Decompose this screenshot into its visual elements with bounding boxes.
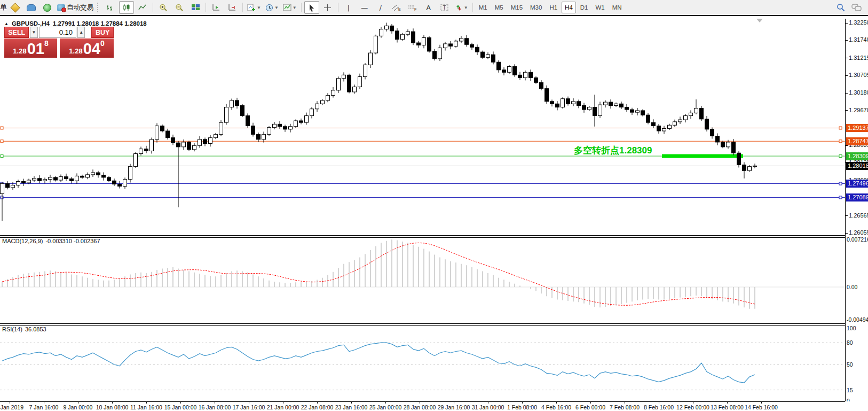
- time-axis-label: 17 Jan 16:00: [233, 404, 265, 410]
- time-axis-label: 8 Feb 16:00: [644, 404, 674, 410]
- trendline-tool-button[interactable]: /: [373, 1, 388, 14]
- text-label-icon: T: [440, 4, 448, 11]
- timeframe-button-m5[interactable]: M5: [492, 2, 507, 13]
- toolbar-separator: [301, 3, 302, 12]
- volume-up-button[interactable]: ▲: [77, 27, 85, 38]
- buy-price-display[interactable]: 1.28 04 0: [60, 38, 114, 58]
- timeframe-button-m30[interactable]: M30: [527, 2, 545, 13]
- candlestick-chart-type-button[interactable]: [119, 1, 134, 14]
- channel-tool-icon: E: [392, 4, 401, 11]
- sell-button[interactable]: SELL: [4, 27, 29, 38]
- sell-price-display[interactable]: 1.28 01 8: [4, 38, 57, 58]
- price-level-badge: 1.29137: [846, 124, 868, 132]
- timeframe-button-d1[interactable]: D1: [577, 2, 591, 13]
- line-chart-type-button[interactable]: [135, 1, 150, 14]
- auto-scroll-button[interactable]: [209, 1, 224, 14]
- time-axis-label: 25 Jan 00:00: [369, 404, 402, 410]
- time-axis-label: 7 Jan 16:00: [29, 404, 59, 410]
- zoom-in-button[interactable]: [156, 1, 171, 14]
- signals-button[interactable]: [40, 1, 54, 14]
- svg-text:T: T: [443, 5, 446, 11]
- rsi-axis-label: 80: [847, 339, 853, 346]
- horizontal-line-tool-button[interactable]: —: [357, 1, 372, 14]
- timeframe-button-m15[interactable]: M15: [508, 2, 526, 13]
- collapse-triangle-icon[interactable]: ▲: [4, 21, 9, 26]
- indicator-add-icon: [247, 4, 256, 12]
- toolbar-separator: [153, 3, 153, 12]
- tile-windows-button[interactable]: [188, 1, 203, 14]
- time-axis-tick: [146, 402, 147, 404]
- price-axis-tick-label: 1.30180: [846, 89, 868, 96]
- time-axis-label: 4 Jan 2019: [0, 404, 23, 410]
- gold-diamond-icon: [10, 3, 20, 12]
- equidistant-channel-tool-button[interactable]: E: [389, 1, 404, 14]
- toolbar-grip: [97, 3, 101, 12]
- chart-shift-marker-icon[interactable]: [756, 19, 763, 22]
- bar-chart-icon: [106, 4, 115, 11]
- vertical-line-tool-button[interactable]: |: [341, 1, 356, 14]
- svg-text:F: F: [414, 7, 416, 11]
- price-axis[interactable]: 1.322501.317401.312151.307051.301801.296…: [845, 19, 868, 401]
- search-button[interactable]: [833, 1, 848, 14]
- label-tool-button[interactable]: T: [437, 1, 452, 14]
- periods-button[interactable]: ▼: [264, 1, 280, 14]
- buy-price-pip-digit: 0: [100, 39, 105, 48]
- time-axis-label: 29 Jan 16:00: [438, 404, 470, 410]
- time-axis-label: 11 Jan 16:00: [130, 404, 162, 410]
- timeframe-button-h1[interactable]: H1: [546, 2, 561, 13]
- timeframe-button-h4[interactable]: H4: [562, 2, 576, 13]
- chart-shift-button[interactable]: [225, 1, 240, 14]
- search-icon: [837, 3, 845, 12]
- time-axis-tick: [10, 402, 10, 404]
- price-chart-pane[interactable]: 多空转折点1.28309 ▲ GBPUSD-,H4 1.27991 1.2801…: [0, 19, 845, 235]
- sell-price-pip-digit: 8: [44, 39, 49, 48]
- cursor-arrow-icon: [308, 4, 315, 12]
- crosshair-tool-button[interactable]: [320, 1, 335, 14]
- time-axis-tick: [44, 402, 44, 404]
- macd-indicator-pane[interactable]: MACD(12,26,9) -0.003310 -0.002367: [0, 237, 845, 323]
- one-click-trading-panel: SELL ▼ 0.10 ▲ BUY 1.28 01 8 1.28 04 0: [4, 27, 114, 58]
- algo-trading-button[interactable]: 自动交易: [56, 1, 95, 14]
- time-axis-tick: [761, 402, 762, 404]
- price-level-badge: 1.27089: [846, 193, 868, 201]
- indicators-button[interactable]: ▼: [246, 1, 263, 14]
- turning-point-annotation: 多空转折点1.28309: [574, 145, 652, 156]
- time-axis-tick: [351, 402, 352, 404]
- timeframe-button-m1[interactable]: M1: [476, 2, 491, 13]
- rsi-name: RSI(14): [2, 326, 22, 332]
- price-level-badge: 1.27496: [846, 180, 868, 188]
- timeframe-button-mn[interactable]: MN: [609, 2, 625, 13]
- volume-down-button[interactable]: ▼: [30, 27, 37, 38]
- mql5-community-button[interactable]: [23, 1, 38, 14]
- price-axis-tick-label: 1.29670: [846, 107, 868, 113]
- price-axis-tick-label: 1.26055: [846, 229, 868, 236]
- volume-input[interactable]: 0.10: [39, 27, 76, 38]
- text-tool-button[interactable]: A: [421, 1, 436, 14]
- cursor-tool-button[interactable]: [304, 1, 319, 14]
- time-axis[interactable]: 4 Jan 20197 Jan 16:009 Jan 00:0010 Jan 0…: [0, 401, 845, 411]
- zoom-out-button[interactable]: [172, 1, 187, 14]
- buy-button[interactable]: BUY: [91, 27, 114, 38]
- tick-hash: [846, 145, 848, 146]
- time-axis-tick: [78, 402, 78, 404]
- templates-button[interactable]: ▼: [281, 1, 298, 14]
- rsi-indicator-pane[interactable]: RSI(14) 36.0853: [0, 325, 845, 401]
- arrows-icon: [455, 4, 463, 11]
- time-axis-label: 4 Feb 16:00: [541, 404, 571, 410]
- toolbar-separator: [472, 3, 473, 12]
- chart-ohlc-values: 1.27991 1.28018 1.27884 1.28018: [53, 20, 147, 27]
- chat-bubbles-icon: [851, 3, 862, 12]
- bar-chart-type-button[interactable]: [103, 1, 118, 14]
- crosshair-icon: [323, 4, 332, 12]
- time-axis-label: 23 Jan 16:00: [335, 404, 368, 410]
- svg-text:E: E: [398, 7, 401, 11]
- fibonacci-tool-button[interactable]: F: [405, 1, 420, 14]
- comments-button[interactable]: [849, 1, 864, 14]
- time-axis-label: 31 Jan 00:00: [472, 404, 504, 410]
- arrows-tool-button[interactable]: ▼: [453, 1, 470, 14]
- candlestick-icon: [122, 4, 131, 11]
- timeframe-button-w1[interactable]: W1: [593, 2, 608, 13]
- market-watch-button[interactable]: [7, 1, 22, 14]
- new-order-button[interactable]: 单: [0, 3, 7, 12]
- time-axis-label: 15 Jan 00:00: [164, 404, 197, 410]
